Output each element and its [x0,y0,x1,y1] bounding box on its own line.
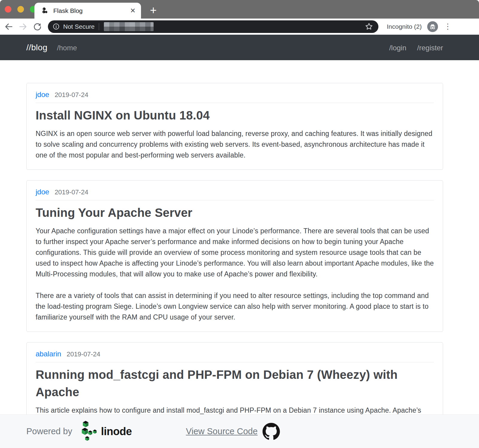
forward-icon[interactable] [19,22,28,31]
post-body: NGINX is an open source web server with … [36,128,434,161]
nav-link-login[interactable]: /login [389,44,406,52]
powered-by-label: Powered by [26,426,72,436]
bookmark-star-icon[interactable] [365,22,373,31]
new-tab-button[interactable]: + [147,4,160,17]
view-source-link[interactable]: View Source Code [186,426,258,436]
post-author-link[interactable]: jdoe [36,188,49,196]
post-date: 2019-07-24 [54,188,88,196]
post-meta-divider [36,200,434,200]
post-date: 2019-07-24 [54,91,88,99]
post-card: jdoe 2019-07-24 Install NGINX on Ubuntu … [26,83,443,170]
post-author-link[interactable]: abalarin [36,350,61,358]
post-meta-divider [36,362,434,362]
posts-list: jdoe 2019-07-24 Install NGINX on Ubuntu … [0,60,479,436]
browser-tab[interactable]: Flask Blog ✕ [34,3,141,19]
github-icon[interactable] [263,423,280,440]
reload-icon[interactable] [33,22,42,31]
post-title[interactable]: Running mod_fastcgi and PHP-FPM on Debia… [36,366,434,401]
tab-title: Flask Blog [53,7,130,14]
post-author-link[interactable]: jdoe [36,90,49,99]
info-icon[interactable] [53,23,60,30]
post-card: jdoe 2019-07-24 Tuning Your Apache Serve… [26,180,443,332]
not-secure-label[interactable]: Not Secure [63,23,95,30]
post-meta-divider [36,103,434,103]
window-minimize-button[interactable] [17,6,24,13]
browser-tabstrip: Flask Blog ✕ + [0,0,479,19]
omnibox-divider [99,23,99,30]
back-icon[interactable] [4,22,13,31]
linode-wordmark[interactable]: linode [101,425,132,438]
post-title[interactable]: Tuning Your Apache Server [36,204,434,221]
post-body: Your Apache configuration settings have … [36,225,434,323]
browser-toolbar: Not Secure Incognito (2) ⋮ [0,19,479,35]
flask-blog-favicon [41,7,49,15]
nav-link-home[interactable]: /home [57,44,77,52]
browser-menu-icon[interactable]: ⋮ [444,22,452,31]
site-navbar: //blog /home /login /register [0,35,479,60]
post-title[interactable]: Install NGINX on Ubuntu 18.04 [36,107,434,124]
nav-link-register[interactable]: /register [417,44,443,52]
url-redacted-blur[interactable] [104,22,154,31]
window-controls [5,6,37,13]
linode-logo-icon[interactable] [79,420,98,443]
window-close-button[interactable] [5,6,11,13]
tab-close-icon[interactable]: ✕ [130,7,136,15]
post-paragraph: NGINX is an open source web server with … [36,128,434,161]
incognito-avatar-icon[interactable] [427,21,438,32]
navbar-brand[interactable]: //blog [26,43,47,52]
incognito-label: Incognito (2) [387,23,422,30]
post-date: 2019-07-24 [66,350,100,358]
post-paragraph: Your Apache configuration settings have … [36,225,434,279]
address-bar[interactable]: Not Secure [48,20,378,33]
site-footer: Powered by linode View Source Code [0,414,479,448]
post-paragraph: There are a variety of tools that can as… [36,290,434,323]
